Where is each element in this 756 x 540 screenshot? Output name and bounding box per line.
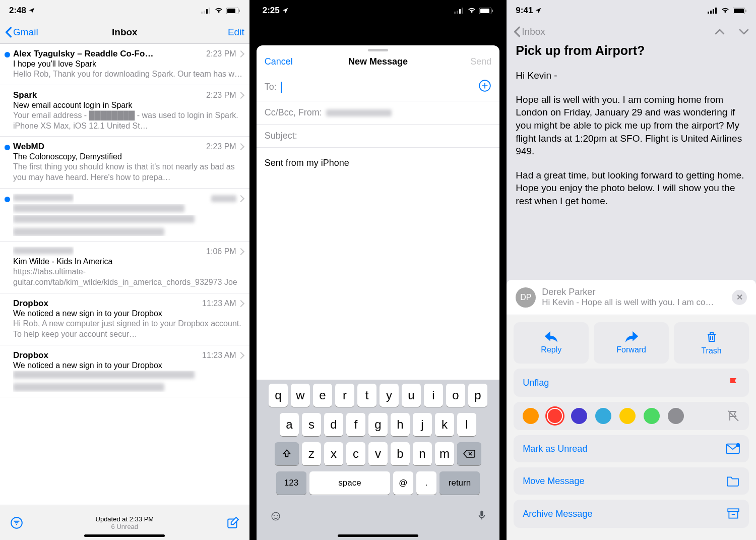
- status-icons: [454, 8, 493, 14]
- clear-flag-icon[interactable]: [727, 410, 740, 422]
- key-t[interactable]: t: [357, 384, 376, 407]
- mark-unread-row[interactable]: Mark as Unread: [514, 435, 749, 462]
- chevron-up-icon[interactable]: [715, 28, 725, 35]
- key-c[interactable]: c: [346, 442, 365, 465]
- key-p[interactable]: p: [468, 384, 487, 407]
- ccbcc-field[interactable]: Cc/Bcc, From:: [257, 101, 500, 125]
- key-j[interactable]: j: [413, 413, 432, 436]
- key-k[interactable]: k: [435, 413, 454, 436]
- key-q[interactable]: q: [269, 384, 288, 407]
- cancel-button[interactable]: Cancel: [265, 56, 293, 67]
- key-b[interactable]: b: [391, 442, 410, 465]
- mail-row[interactable]: WebMD2:23 PMThe Colonoscopy, Demystified…: [0, 137, 249, 189]
- key-i[interactable]: i: [424, 384, 443, 407]
- key-.[interactable]: .: [416, 471, 436, 495]
- key-space[interactable]: space: [309, 471, 390, 495]
- battery-icon: [479, 8, 493, 14]
- avatar: DP: [516, 287, 536, 308]
- flag-color-option[interactable]: [644, 408, 660, 424]
- edit-button[interactable]: Edit: [228, 27, 244, 38]
- key-o[interactable]: o: [446, 384, 465, 407]
- key-l[interactable]: l: [457, 413, 476, 436]
- color-options: [523, 408, 684, 424]
- flag-color-option[interactable]: [619, 408, 636, 424]
- chevron-down-icon[interactable]: [739, 28, 749, 35]
- key-a[interactable]: a: [280, 413, 299, 436]
- body-para-2: Had a great time, but looking forward to…: [516, 169, 747, 208]
- mail-row[interactable]: 1:06 PMKim Wilde - Kids In Americahttps:…: [0, 242, 249, 293]
- reply-button[interactable]: Reply: [514, 322, 589, 364]
- forward-button[interactable]: Forward: [594, 322, 669, 364]
- svg-rect-13: [457, 11, 458, 14]
- key-x[interactable]: x: [324, 442, 343, 465]
- mail-list[interactable]: Alex Tyagulsky – Readdle Co-Fou…2:23 PMI…: [0, 43, 249, 505]
- send-button[interactable]: Send: [470, 56, 491, 67]
- subject-field[interactable]: Subject:: [257, 125, 500, 148]
- mail-sender: [13, 194, 74, 204]
- flag-color-option[interactable]: [595, 408, 611, 424]
- chevron-right-icon: [237, 352, 244, 359]
- add-contact-button[interactable]: [478, 79, 491, 95]
- key-n[interactable]: n: [413, 442, 432, 465]
- key-z[interactable]: z: [302, 442, 321, 465]
- to-field[interactable]: To:: [257, 73, 500, 101]
- move-message-row[interactable]: Move Message: [514, 467, 749, 495]
- key-w[interactable]: w: [291, 384, 310, 407]
- action-buttons: Reply Forward Trash Unflag M: [507, 315, 756, 540]
- mail-row[interactable]: [0, 189, 249, 242]
- flag-color-option[interactable]: [523, 408, 539, 424]
- trash-button[interactable]: Trash: [674, 322, 749, 364]
- ccbcc-label: Cc/Bcc, From:: [265, 107, 322, 118]
- mic-icon[interactable]: [476, 508, 487, 522]
- unread-dot: [5, 197, 10, 202]
- mail-time: 2:23 PM: [206, 91, 243, 100]
- flag-color-option[interactable]: [547, 408, 563, 424]
- mail-subject: We noticed a new sign in to your Dropbox: [13, 309, 243, 318]
- key-return[interactable]: return: [439, 471, 480, 495]
- close-button[interactable]: ✕: [732, 290, 747, 305]
- flag-color-option[interactable]: [571, 408, 587, 424]
- key-f[interactable]: f: [346, 413, 365, 436]
- message-body[interactable]: Sent from my iPhone: [257, 148, 500, 380]
- svg-rect-2: [206, 9, 208, 14]
- emoji-key[interactable]: ☺: [269, 508, 283, 524]
- key-@[interactable]: @: [393, 471, 413, 495]
- mail-row[interactable]: Spark2:23 PMNew email account login in S…: [0, 85, 249, 137]
- svg-rect-17: [480, 9, 489, 13]
- compose-icon[interactable]: [226, 516, 239, 529]
- status-time: 9:41: [516, 6, 542, 16]
- cellular-icon: [201, 8, 211, 14]
- backspace-key[interactable]: [457, 442, 481, 465]
- key-y[interactable]: y: [380, 384, 399, 407]
- message-actions-screen: 9:41 Inbox Pick up from Airport? Hi Kevi…: [502, 0, 756, 540]
- key-s[interactable]: s: [302, 413, 321, 436]
- mail-row[interactable]: Dropbox11:23 AMWe noticed a new sign in …: [0, 293, 249, 345]
- key-h[interactable]: h: [391, 413, 410, 436]
- key-v[interactable]: v: [368, 442, 388, 465]
- shift-key[interactable]: [275, 442, 299, 465]
- filter-icon[interactable]: [10, 516, 23, 529]
- back-button[interactable]: Inbox: [514, 26, 545, 37]
- key-r[interactable]: r: [335, 384, 354, 407]
- mail-preview: Hello Rob, Thank you for downloading Spa…: [13, 69, 243, 80]
- key-u[interactable]: u: [402, 384, 421, 407]
- unflag-row[interactable]: Unflag: [514, 369, 749, 397]
- updated-text: Updated at 2:33 PM: [96, 515, 154, 523]
- mail-row[interactable]: Dropbox11:23 AMWe noticed a new sign in …: [0, 345, 249, 397]
- home-indicator[interactable]: [338, 534, 418, 537]
- page-title: Inbox: [112, 27, 138, 38]
- key-m[interactable]: m: [435, 442, 454, 465]
- key-d[interactable]: d: [324, 413, 343, 436]
- key-e[interactable]: e: [313, 384, 332, 407]
- back-label: Inbox: [522, 26, 545, 37]
- archive-row[interactable]: Archive Message: [514, 500, 749, 528]
- home-indicator[interactable]: [84, 534, 165, 537]
- key-g[interactable]: g: [368, 413, 388, 436]
- mail-preview: Your email address - ████████ - was used…: [13, 110, 243, 132]
- flag-color-option[interactable]: [668, 408, 684, 424]
- back-button[interactable]: Gmail: [5, 27, 38, 38]
- mail-sender: Dropbox: [13, 350, 48, 361]
- key-123[interactable]: 123: [276, 471, 306, 495]
- mail-subject: The Colonoscopy, Demystified: [13, 152, 243, 161]
- mail-row[interactable]: Alex Tyagulsky – Readdle Co-Fou…2:23 PMI…: [0, 44, 249, 85]
